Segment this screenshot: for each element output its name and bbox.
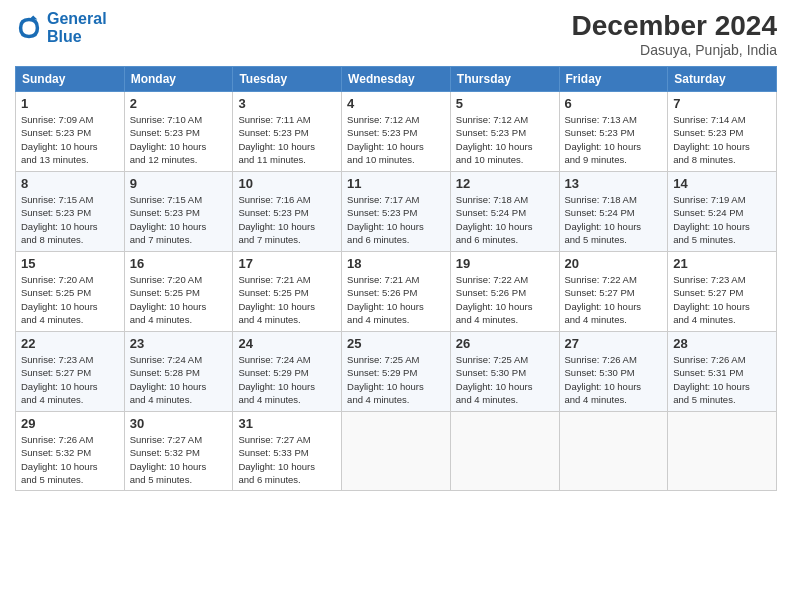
day-info: Sunrise: 7:23 AMSunset: 5:27 PMDaylight:… bbox=[673, 273, 771, 326]
day-number: 16 bbox=[130, 256, 228, 271]
day-cell-26: 26Sunrise: 7:25 AMSunset: 5:30 PMDayligh… bbox=[450, 332, 559, 412]
day-cell-14: 14Sunrise: 7:19 AMSunset: 5:24 PMDayligh… bbox=[668, 172, 777, 252]
title-block: December 2024 Dasuya, Punjab, India bbox=[572, 10, 777, 58]
day-number: 25 bbox=[347, 336, 445, 351]
day-info: Sunrise: 7:27 AMSunset: 5:33 PMDaylight:… bbox=[238, 433, 336, 486]
day-number: 17 bbox=[238, 256, 336, 271]
day-number: 30 bbox=[130, 416, 228, 431]
day-number: 6 bbox=[565, 96, 663, 111]
page: General Blue December 2024 Dasuya, Punja… bbox=[0, 0, 792, 612]
day-number: 2 bbox=[130, 96, 228, 111]
day-info: Sunrise: 7:11 AMSunset: 5:23 PMDaylight:… bbox=[238, 113, 336, 166]
day-number: 3 bbox=[238, 96, 336, 111]
day-info: Sunrise: 7:26 AMSunset: 5:30 PMDaylight:… bbox=[565, 353, 663, 406]
day-header-sunday: Sunday bbox=[16, 67, 125, 92]
day-number: 27 bbox=[565, 336, 663, 351]
day-cell-15: 15Sunrise: 7:20 AMSunset: 5:25 PMDayligh… bbox=[16, 252, 125, 332]
day-info: Sunrise: 7:15 AMSunset: 5:23 PMDaylight:… bbox=[130, 193, 228, 246]
day-cell-29: 29Sunrise: 7:26 AMSunset: 5:32 PMDayligh… bbox=[16, 412, 125, 491]
day-cell-21: 21Sunrise: 7:23 AMSunset: 5:27 PMDayligh… bbox=[668, 252, 777, 332]
day-cell-25: 25Sunrise: 7:25 AMSunset: 5:29 PMDayligh… bbox=[342, 332, 451, 412]
logo-icon bbox=[15, 14, 43, 42]
day-number: 24 bbox=[238, 336, 336, 351]
day-cell-18: 18Sunrise: 7:21 AMSunset: 5:26 PMDayligh… bbox=[342, 252, 451, 332]
day-info: Sunrise: 7:15 AMSunset: 5:23 PMDaylight:… bbox=[21, 193, 119, 246]
day-number: 22 bbox=[21, 336, 119, 351]
day-header-wednesday: Wednesday bbox=[342, 67, 451, 92]
day-info: Sunrise: 7:12 AMSunset: 5:23 PMDaylight:… bbox=[456, 113, 554, 166]
day-info: Sunrise: 7:18 AMSunset: 5:24 PMDaylight:… bbox=[456, 193, 554, 246]
header: General Blue December 2024 Dasuya, Punja… bbox=[15, 10, 777, 58]
day-number: 4 bbox=[347, 96, 445, 111]
empty-cell bbox=[559, 412, 668, 491]
day-number: 5 bbox=[456, 96, 554, 111]
month-title: December 2024 bbox=[572, 10, 777, 42]
logo-text: General Blue bbox=[47, 10, 107, 45]
day-info: Sunrise: 7:24 AMSunset: 5:28 PMDaylight:… bbox=[130, 353, 228, 406]
day-cell-13: 13Sunrise: 7:18 AMSunset: 5:24 PMDayligh… bbox=[559, 172, 668, 252]
day-info: Sunrise: 7:20 AMSunset: 5:25 PMDaylight:… bbox=[21, 273, 119, 326]
day-cell-4: 4Sunrise: 7:12 AMSunset: 5:23 PMDaylight… bbox=[342, 92, 451, 172]
day-cell-28: 28Sunrise: 7:26 AMSunset: 5:31 PMDayligh… bbox=[668, 332, 777, 412]
day-info: Sunrise: 7:26 AMSunset: 5:31 PMDaylight:… bbox=[673, 353, 771, 406]
day-number: 26 bbox=[456, 336, 554, 351]
day-cell-5: 5Sunrise: 7:12 AMSunset: 5:23 PMDaylight… bbox=[450, 92, 559, 172]
day-cell-17: 17Sunrise: 7:21 AMSunset: 5:25 PMDayligh… bbox=[233, 252, 342, 332]
day-number: 31 bbox=[238, 416, 336, 431]
day-number: 8 bbox=[21, 176, 119, 191]
day-cell-20: 20Sunrise: 7:22 AMSunset: 5:27 PMDayligh… bbox=[559, 252, 668, 332]
empty-cell bbox=[342, 412, 451, 491]
day-cell-16: 16Sunrise: 7:20 AMSunset: 5:25 PMDayligh… bbox=[124, 252, 233, 332]
day-header-thursday: Thursday bbox=[450, 67, 559, 92]
day-info: Sunrise: 7:10 AMSunset: 5:23 PMDaylight:… bbox=[130, 113, 228, 166]
logo: General Blue bbox=[15, 10, 107, 45]
day-header-monday: Monday bbox=[124, 67, 233, 92]
day-info: Sunrise: 7:16 AMSunset: 5:23 PMDaylight:… bbox=[238, 193, 336, 246]
day-cell-24: 24Sunrise: 7:24 AMSunset: 5:29 PMDayligh… bbox=[233, 332, 342, 412]
day-cell-12: 12Sunrise: 7:18 AMSunset: 5:24 PMDayligh… bbox=[450, 172, 559, 252]
day-number: 19 bbox=[456, 256, 554, 271]
day-cell-23: 23Sunrise: 7:24 AMSunset: 5:28 PMDayligh… bbox=[124, 332, 233, 412]
day-cell-30: 30Sunrise: 7:27 AMSunset: 5:32 PMDayligh… bbox=[124, 412, 233, 491]
day-cell-11: 11Sunrise: 7:17 AMSunset: 5:23 PMDayligh… bbox=[342, 172, 451, 252]
day-info: Sunrise: 7:20 AMSunset: 5:25 PMDaylight:… bbox=[130, 273, 228, 326]
day-number: 12 bbox=[456, 176, 554, 191]
logo-line2: Blue bbox=[47, 28, 82, 45]
day-header-tuesday: Tuesday bbox=[233, 67, 342, 92]
day-info: Sunrise: 7:21 AMSunset: 5:26 PMDaylight:… bbox=[347, 273, 445, 326]
day-number: 15 bbox=[21, 256, 119, 271]
day-cell-7: 7Sunrise: 7:14 AMSunset: 5:23 PMDaylight… bbox=[668, 92, 777, 172]
day-info: Sunrise: 7:25 AMSunset: 5:30 PMDaylight:… bbox=[456, 353, 554, 406]
day-cell-9: 9Sunrise: 7:15 AMSunset: 5:23 PMDaylight… bbox=[124, 172, 233, 252]
day-number: 28 bbox=[673, 336, 771, 351]
day-header-friday: Friday bbox=[559, 67, 668, 92]
empty-cell bbox=[668, 412, 777, 491]
calendar: SundayMondayTuesdayWednesdayThursdayFrid… bbox=[15, 66, 777, 491]
day-info: Sunrise: 7:24 AMSunset: 5:29 PMDaylight:… bbox=[238, 353, 336, 406]
day-cell-3: 3Sunrise: 7:11 AMSunset: 5:23 PMDaylight… bbox=[233, 92, 342, 172]
day-header-saturday: Saturday bbox=[668, 67, 777, 92]
day-info: Sunrise: 7:09 AMSunset: 5:23 PMDaylight:… bbox=[21, 113, 119, 166]
day-number: 11 bbox=[347, 176, 445, 191]
day-number: 7 bbox=[673, 96, 771, 111]
day-cell-19: 19Sunrise: 7:22 AMSunset: 5:26 PMDayligh… bbox=[450, 252, 559, 332]
day-cell-8: 8Sunrise: 7:15 AMSunset: 5:23 PMDaylight… bbox=[16, 172, 125, 252]
empty-cell bbox=[450, 412, 559, 491]
day-number: 1 bbox=[21, 96, 119, 111]
day-info: Sunrise: 7:23 AMSunset: 5:27 PMDaylight:… bbox=[21, 353, 119, 406]
day-number: 29 bbox=[21, 416, 119, 431]
day-number: 21 bbox=[673, 256, 771, 271]
day-number: 18 bbox=[347, 256, 445, 271]
day-info: Sunrise: 7:22 AMSunset: 5:26 PMDaylight:… bbox=[456, 273, 554, 326]
location-title: Dasuya, Punjab, India bbox=[572, 42, 777, 58]
day-info: Sunrise: 7:21 AMSunset: 5:25 PMDaylight:… bbox=[238, 273, 336, 326]
day-number: 23 bbox=[130, 336, 228, 351]
day-info: Sunrise: 7:22 AMSunset: 5:27 PMDaylight:… bbox=[565, 273, 663, 326]
day-info: Sunrise: 7:17 AMSunset: 5:23 PMDaylight:… bbox=[347, 193, 445, 246]
day-info: Sunrise: 7:18 AMSunset: 5:24 PMDaylight:… bbox=[565, 193, 663, 246]
day-cell-31: 31Sunrise: 7:27 AMSunset: 5:33 PMDayligh… bbox=[233, 412, 342, 491]
day-number: 9 bbox=[130, 176, 228, 191]
logo-line1: General bbox=[47, 10, 107, 27]
day-info: Sunrise: 7:14 AMSunset: 5:23 PMDaylight:… bbox=[673, 113, 771, 166]
day-cell-22: 22Sunrise: 7:23 AMSunset: 5:27 PMDayligh… bbox=[16, 332, 125, 412]
